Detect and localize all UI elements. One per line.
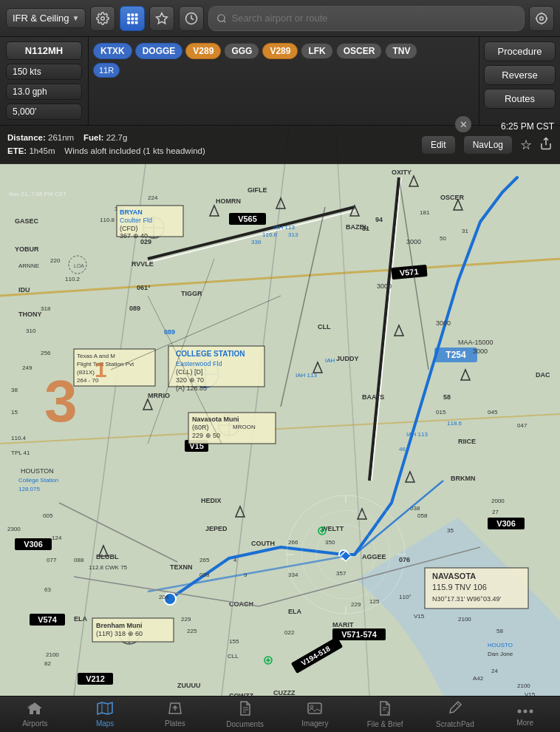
tab-maps[interactable]: Maps xyxy=(70,697,140,732)
waypoint-tnv[interactable]: TNV xyxy=(385,43,417,59)
svg-text:V212: V212 xyxy=(86,674,105,683)
svg-text:225: 225 xyxy=(187,628,197,634)
search-input[interactable] xyxy=(231,13,516,24)
svg-text:58: 58 xyxy=(496,628,503,634)
speed-display[interactable]: 150 kts xyxy=(6,64,82,80)
recents-button[interactable] xyxy=(179,6,204,31)
time-display: 6:25 PM CST xyxy=(501,121,554,132)
svg-text:076: 076 xyxy=(399,556,410,563)
svg-text:TIGGR: TIGGR xyxy=(181,290,202,297)
layers-button[interactable] xyxy=(120,6,145,31)
filebrief-svg xyxy=(378,700,392,716)
waypoint-ktxk[interactable]: KTXK xyxy=(93,43,132,59)
svg-text:CLL: CLL xyxy=(318,323,331,331)
svg-text:IAH 113: IAH 113 xyxy=(406,431,428,438)
ete-label: ETE: xyxy=(7,146,27,155)
settings-button[interactable] xyxy=(90,6,115,31)
altitude-display[interactable]: 5,000' xyxy=(6,104,82,120)
filebrief-icon xyxy=(378,700,392,719)
winds-info: Winds aloft included (1 kts headwind) xyxy=(64,146,205,155)
svg-text:318: 318 xyxy=(41,305,51,312)
waypoint-v289-2[interactable]: V289 xyxy=(262,43,298,59)
tab-imagery[interactable]: Imagery xyxy=(280,697,350,732)
fuel-flow-display[interactable]: 13.0 gph xyxy=(6,84,82,100)
svg-text:204: 204 xyxy=(159,594,169,600)
svg-point-264 xyxy=(529,709,533,713)
svg-rect-4 xyxy=(128,17,131,20)
svg-text:125: 125 xyxy=(369,598,380,605)
procedure-button[interactable]: Procedure xyxy=(484,41,556,61)
waypoint-ggg[interactable]: GGG xyxy=(224,43,259,59)
edit-button[interactable]: Edit xyxy=(421,135,456,155)
svg-text:46: 46 xyxy=(399,446,406,453)
svg-text:3000: 3000 xyxy=(473,348,488,355)
svg-text:15: 15 xyxy=(11,409,18,416)
tab-plates[interactable]: Plates xyxy=(140,697,211,732)
plates-icon xyxy=(166,701,184,718)
svg-line-13 xyxy=(224,20,226,22)
tab-more[interactable]: More xyxy=(490,697,560,732)
svg-text:249: 249 xyxy=(22,365,33,371)
tab-scratchpad[interactable]: ScratchPad xyxy=(420,697,491,732)
svg-text:061°: 061° xyxy=(137,284,151,291)
svg-text:077: 077 xyxy=(47,557,57,563)
tab-airports-label: Airports xyxy=(22,719,47,728)
waypoint-v289-1[interactable]: V289 xyxy=(185,43,221,59)
share-button[interactable] xyxy=(539,137,553,153)
svg-rect-7 xyxy=(128,21,131,24)
ifr-ceiling-button[interactable]: IFR & Ceiling ▼ xyxy=(6,8,86,28)
svg-text:045: 045 xyxy=(488,409,498,416)
svg-text:BAZBL: BAZBL xyxy=(346,223,369,231)
svg-text:265: 265 xyxy=(199,557,210,563)
route-left-panel: N112MH 150 kts 13.0 gph 5,000' xyxy=(0,37,89,125)
distance-label: Distance: xyxy=(7,133,46,142)
reverse-button[interactable]: Reverse xyxy=(484,65,556,85)
close-button[interactable]: ✕ xyxy=(455,116,471,132)
svg-text:GIFLE: GIFLE xyxy=(247,186,267,194)
waypoint-dogge[interactable]: DOGGE xyxy=(135,43,183,59)
favorite-button[interactable]: ☆ xyxy=(520,137,532,153)
svg-text:2100: 2100 xyxy=(517,682,530,689)
info-bar: Distance: 261nm Fuel: 22.7g ETE: 1h45m W… xyxy=(0,126,560,164)
documents-svg xyxy=(238,700,253,716)
svg-rect-6 xyxy=(135,17,138,20)
tab-airports[interactable]: Airports xyxy=(0,697,70,732)
gps-button[interactable] xyxy=(529,6,554,31)
svg-text:94: 94 xyxy=(375,216,383,223)
navlog-button[interactable]: NavLog xyxy=(463,135,513,155)
svg-text:155: 155 xyxy=(229,638,239,645)
svg-text:224: 224 xyxy=(148,194,158,201)
tab-documents[interactable]: Documents xyxy=(210,697,280,732)
fuel-value: 22.7g xyxy=(106,133,128,142)
maps-svg xyxy=(96,701,114,716)
svg-rect-1 xyxy=(128,13,131,16)
svg-text:BLUBL: BLUBL xyxy=(96,553,119,560)
favorites-button[interactable] xyxy=(149,6,174,31)
svg-text:TPL 41: TPL 41 xyxy=(11,450,30,456)
callsign-button[interactable]: N112MH xyxy=(6,41,82,60)
waypoint-oscer[interactable]: OSCER xyxy=(336,43,383,59)
documents-icon xyxy=(238,700,253,719)
svg-text:110.2: 110.2 xyxy=(65,276,81,282)
svg-text:015: 015 xyxy=(436,409,446,416)
svg-text:ELA: ELA xyxy=(288,608,302,615)
svg-line-261 xyxy=(457,703,460,706)
svg-text:31: 31 xyxy=(462,228,468,234)
svg-text:V306: V306 xyxy=(496,519,516,528)
svg-text:110.4: 110.4 xyxy=(11,435,27,441)
svg-text:COACH: COACH xyxy=(229,600,253,608)
svg-text:82: 82 xyxy=(44,660,51,667)
svg-text:N30°17.31' W96°03.49': N30°17.31' W96°03.49' xyxy=(432,595,501,603)
svg-text:BRKMN: BRKMN xyxy=(451,475,476,482)
svg-text:(831X): (831X) xyxy=(77,369,95,376)
svg-text:266: 266 xyxy=(288,539,298,546)
waypoint-lfk[interactable]: LFK xyxy=(301,43,332,59)
svg-text:310: 310 xyxy=(26,328,36,334)
search-bar[interactable] xyxy=(208,6,525,31)
svg-text:TEXNN: TEXNN xyxy=(170,563,193,571)
tab-filebrief[interactable]: File & Brief xyxy=(350,697,420,732)
waypoint-11r[interactable]: 11R xyxy=(93,63,120,78)
routes-button[interactable]: Routes xyxy=(484,89,556,109)
svg-text:V15: V15 xyxy=(414,613,425,620)
svg-text:NAVASOTA: NAVASOTA xyxy=(432,572,476,580)
